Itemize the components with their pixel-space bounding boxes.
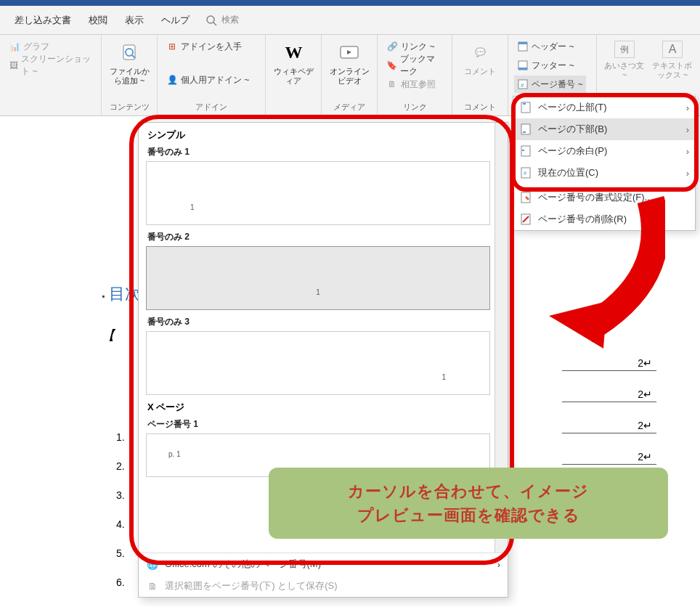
page-margin-icon xyxy=(519,144,532,158)
video-icon xyxy=(338,41,361,64)
footer-icon xyxy=(517,60,529,71)
gallery-sub-pagenum1: ページ番号 1 xyxy=(147,418,490,431)
toc-heading: 目次 xyxy=(109,285,141,303)
addin-label: アドイン xyxy=(163,100,259,114)
page-bottom-icon xyxy=(519,123,532,136)
menu-format-pagenum[interactable]: ページ番号の書式設定(F)... xyxy=(513,187,695,208)
toc-row: 2↵ xyxy=(562,387,656,402)
tab-view[interactable]: 表示 xyxy=(118,7,151,34)
get-addins-button[interactable]: ⊞アドインを入手 xyxy=(163,38,252,55)
tab-review[interactable]: 校閲 xyxy=(81,7,115,34)
example-icon: 例 xyxy=(614,41,635,58)
gallery-sub-only2: 番号のみ 2 xyxy=(147,231,490,243)
tab-mailmerge[interactable]: 差し込み文書 xyxy=(7,7,78,34)
menu-remove-pagenum[interactable]: ページ番号の削除(R) xyxy=(513,208,695,230)
svg-rect-8 xyxy=(518,42,527,44)
chevron-right-icon: › xyxy=(686,146,689,157)
crossref-icon: 🗎 xyxy=(386,78,398,90)
menu-current-pos[interactable]: #現在の位置(C)› xyxy=(513,162,695,184)
media-label-1 xyxy=(272,111,315,114)
globe-icon: 🌐 xyxy=(146,558,159,571)
header-icon xyxy=(517,41,529,52)
online-video-button[interactable]: オンラインビデオ xyxy=(327,38,371,100)
my-addins-button[interactable]: 👤個人用アドイン ~ xyxy=(163,71,252,89)
wikipedia-icon: W xyxy=(282,41,305,64)
chart-icon: 📊 xyxy=(9,41,20,52)
svg-marker-24 xyxy=(549,301,607,349)
comment-button: 💬 コメント xyxy=(458,38,502,100)
svg-line-1 xyxy=(213,23,216,25)
chevron-right-icon: › xyxy=(497,559,500,570)
toc-row: 2↵ xyxy=(562,418,656,433)
gallery-item-only2[interactable]: 1 xyxy=(146,246,490,310)
wikipedia-button[interactable]: W ウィキペディア xyxy=(272,38,315,111)
from-file-button[interactable]: ファイルから追加 ~ xyxy=(107,38,151,100)
chevron-right-icon: › xyxy=(686,124,689,135)
screenshot-icon: 🖼 xyxy=(9,60,18,71)
ribbon-tabs: 差し込み文書 校閲 表示 ヘルプ 検索 xyxy=(0,6,700,35)
screenshot-button: 🖼スクリーンショット ~ xyxy=(6,57,95,74)
svg-rect-16 xyxy=(523,131,526,133)
textbox-icon: A xyxy=(662,41,683,58)
svg-text:#: # xyxy=(524,171,526,176)
save-icon: 🗎 xyxy=(146,579,159,592)
comment-icon: 💬 xyxy=(468,41,492,64)
media-label: メディア xyxy=(327,100,371,114)
bookmark-button[interactable]: 🔖ブックマーク xyxy=(383,57,446,74)
pagenum-icon: # xyxy=(517,78,529,90)
annotation-callout: カーソルを合わせて、イメージプレビュー画面を確認できる xyxy=(269,468,668,539)
comment-label: コメント xyxy=(458,100,502,114)
page-top-icon xyxy=(519,101,532,114)
addin-icon: 👤 xyxy=(166,74,178,86)
menu-page-margin[interactable]: ページの余白(P)› xyxy=(513,140,695,162)
crossref-button: 🗎相互参照 xyxy=(383,76,446,93)
svg-point-0 xyxy=(207,16,214,23)
toc-row: 2↵ xyxy=(562,356,656,371)
search-icon xyxy=(205,15,217,26)
svg-text:#: # xyxy=(521,82,524,89)
file-icon xyxy=(118,41,141,64)
contents-label: コンテンツ xyxy=(107,100,151,114)
gallery-office-more[interactable]: 🌐Office.com のその他のページ番号(M)› xyxy=(139,553,508,575)
gallery-sub-only3: 番号のみ 3 xyxy=(147,316,490,328)
gallery-cat-simple: シンプル xyxy=(147,129,490,142)
search-placeholder: 検索 xyxy=(221,14,239,26)
bullet: ▪ xyxy=(102,291,105,301)
group-label xyxy=(6,111,95,114)
toc-row: 2↵ xyxy=(562,449,656,465)
titlebar xyxy=(0,0,700,6)
svg-rect-10 xyxy=(518,68,527,70)
menu-page-top[interactable]: ページの上部(T)› xyxy=(513,97,695,118)
gallery-sub-only1: 番号のみ 1 xyxy=(147,146,490,158)
bookmark-icon: 🔖 xyxy=(386,60,397,71)
gallery-cat-xpage: X ページ xyxy=(147,401,490,414)
svg-rect-18 xyxy=(522,150,524,151)
chevron-right-icon: › xyxy=(686,102,689,113)
format-icon xyxy=(519,191,532,204)
link-icon: 🔗 xyxy=(386,41,398,52)
chevron-right-icon: › xyxy=(686,168,689,179)
currentpos-icon: # xyxy=(519,166,532,179)
search-box[interactable]: 検索 xyxy=(205,14,239,26)
gallery-save-selection: 🗎選択範囲をページ番号(下) として保存(S) xyxy=(139,575,508,597)
menu-page-bottom[interactable]: ページの下部(B)› xyxy=(513,118,695,140)
page-number-button[interactable]: #ページ番号 ~ xyxy=(514,76,585,93)
svg-rect-14 xyxy=(523,103,526,105)
link-label: リンク xyxy=(383,100,446,114)
store-icon: ⊞ xyxy=(166,41,178,52)
tab-help[interactable]: ヘルプ xyxy=(154,7,197,34)
remove-icon xyxy=(519,213,532,226)
page-number-submenu: ページの上部(T)› ページの下部(B)› ページの余白(P)› #現在の位置(… xyxy=(513,96,696,231)
header-button[interactable]: ヘッダー ~ xyxy=(514,38,585,55)
footer-button[interactable]: フッター ~ xyxy=(514,57,585,74)
gallery-item-only3[interactable]: 1 xyxy=(146,331,490,395)
gallery-item-only1[interactable]: 1 xyxy=(146,161,490,225)
